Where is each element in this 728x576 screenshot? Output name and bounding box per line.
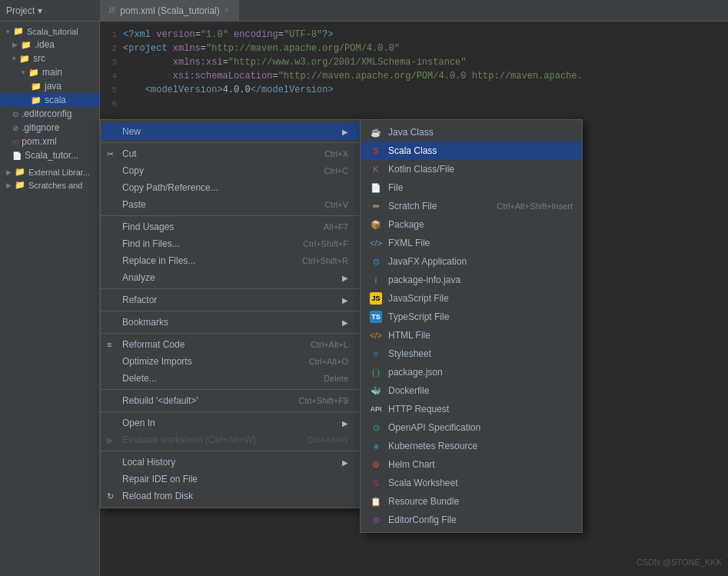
tree-item-pom[interactable]: m pom.xml <box>0 135 99 148</box>
submenu-item-helm[interactable]: ⚙ Helm Chart <box>361 455 582 474</box>
tab-bar: /// pom.xml (Scala_tutorial) × <box>100 0 728 22</box>
menu-item-repair-ide[interactable]: Repair IDE on File <box>101 471 361 488</box>
menu-item-optimize-imports[interactable]: Optimize Imports Ctrl+Alt+O <box>101 353 361 370</box>
editor-tab[interactable]: /// pom.xml (Scala_tutorial) × <box>100 0 239 22</box>
tree-item-scratches[interactable]: ▶ 📁 Scratches and <box>0 178 99 191</box>
submenu-arrow-icon: ▶ <box>342 128 348 136</box>
file-tree: ▾ 📁 Scala_tutorial ▶ 📁 .idea ▾ 📁 src ▾ 📁… <box>0 22 100 576</box>
menu-item-label: Refactor <box>122 295 157 305</box>
menu-item-label: Evaluate worksheet (Ctrl+Alt+W) <box>122 434 256 445</box>
submenu-item-package[interactable]: 📦 Package <box>361 215 582 234</box>
submenu-item-label: File <box>388 182 403 193</box>
submenu-item-dockerfile[interactable]: 🐳 Dockerfile <box>361 381 582 400</box>
file-icon: ⊙ <box>12 110 18 118</box>
menu-item-rebuild[interactable]: Rebuild '<default>' Ctrl+Shift+F9 <box>101 392 361 409</box>
submenu-item-label: package.json <box>388 367 443 378</box>
menu-item-analyze[interactable]: Analyze ▶ <box>101 269 361 286</box>
menu-item-label: Find Usages <box>122 221 174 232</box>
shortcut-label: Ctrl+Alt+O <box>309 357 348 366</box>
tree-label: scala <box>45 95 66 105</box>
tree-label: Scratches and <box>28 181 82 190</box>
menu-item-label: Open In <box>122 418 155 428</box>
menu-item-replace-files[interactable]: Replace in Files... Ctrl+Shift+R <box>101 252 361 269</box>
submenu-arrow-icon: ▶ <box>342 274 348 282</box>
submenu-item-css[interactable]: ≡ Stylesheet <box>361 345 582 363</box>
submenu-item-label: Kubernetes Resource <box>388 441 477 451</box>
menu-item-reload-disk[interactable]: ↻ Reload from Disk <box>101 488 361 504</box>
tree-item-scala[interactable]: 📁 scala <box>0 93 99 107</box>
submenu-item-html[interactable]: </> HTML File <box>361 326 582 345</box>
docker-icon: 🐳 <box>370 385 382 397</box>
menu-item-paste[interactable]: Paste Ctrl+V <box>101 196 361 213</box>
submenu-item-kotlin-class[interactable]: K Kotlin Class/File <box>361 160 582 178</box>
menu-item-refactor[interactable]: Refactor ▶ <box>101 291 361 308</box>
submenu-item-label: Dockerfile <box>388 385 429 396</box>
menu-item-open-in[interactable]: Open In ▶ <box>101 415 361 431</box>
menu-item-local-history[interactable]: Local History ▶ <box>101 454 361 471</box>
editor-config-icon: ⊙ <box>370 514 382 526</box>
submenu-item-javafx[interactable]: ⊙ JavaFX Application <box>361 252 582 271</box>
tree-item-java[interactable]: 📁 java <box>0 79 99 93</box>
menu-item-find-files[interactable]: Find in Files... Ctrl+Shift+F <box>101 235 361 252</box>
submenu-item-scala-class[interactable]: S Scala Class <box>361 142 582 160</box>
submenu-item-resource[interactable]: 📋 Resource Bundle <box>361 492 582 511</box>
submenu-item-scratch[interactable]: ✏ Scratch File Ctrl+Alt+Shift+Insert <box>361 197 582 215</box>
menu-item-cut[interactable]: ✂ Cut Ctrl+X <box>101 145 361 162</box>
line-code: <modelVersion>4.0.0</modelVersion> <box>123 85 334 95</box>
tree-item-idea[interactable]: ▶ 📁 .idea <box>0 38 99 52</box>
menu-item-reformat[interactable]: ≡ Reformat Code Ctrl+Alt+L <box>101 336 361 353</box>
submenu-item-scala-ws[interactable]: S Scala Worksheet <box>361 474 582 492</box>
arrow-icon: ▾ <box>12 55 16 62</box>
submenu-item-pkginfo[interactable]: i package-info.java <box>361 271 582 289</box>
submenu-item-editorconfig[interactable]: ⊙ EditorConfig File <box>361 511 582 529</box>
shortcut-label: Ctrl+X <box>324 149 348 158</box>
shortcut-label: Ctrl+Alt+W <box>307 435 348 444</box>
menu-item-label: Find in Files... <box>122 238 180 249</box>
file-icon: 📄 <box>12 151 22 160</box>
folder-icon: 📁 <box>15 180 25 190</box>
tree-item-main[interactable]: ▾ 📁 main <box>0 65 99 79</box>
submenu-item-k8s[interactable]: ⎈ Kubernetes Resource <box>361 437 582 455</box>
tab-close-button[interactable]: × <box>224 6 229 15</box>
menu-item-copy[interactable]: Copy Ctrl+C <box>101 162 361 179</box>
line-code: xmlns:xsi="http://www.w3.org/2001/XMLSch… <box>123 57 466 68</box>
menu-item-find-usages[interactable]: Find Usages Alt+F7 <box>101 218 361 235</box>
context-menu: New ▶ ✂ Cut Ctrl+X Copy Ctrl+C Copy Path… <box>100 119 361 508</box>
submenu-item-js[interactable]: JS JavaScript File <box>361 289 582 308</box>
reload-icon: ↻ <box>107 491 114 501</box>
tree-label: .editorconfig <box>22 108 71 119</box>
submenu-item-file[interactable]: 📄 File <box>361 178 582 197</box>
submenu-item-ts[interactable]: TS TypeScript File <box>361 308 582 326</box>
tree-item-scala-tut[interactable]: 📄 Scala_tutor... <box>0 148 99 162</box>
menu-item-delete[interactable]: Delete... Delete <box>101 370 361 387</box>
tree-item-gitignore[interactable]: ⊘ .gitignore <box>0 121 99 135</box>
menu-item-bookmarks[interactable]: Bookmarks ▶ <box>101 314 361 331</box>
submenu-item-openapi[interactable]: ⊙ OpenAPI Specification <box>361 418 582 437</box>
play-icon: ▶ <box>107 435 113 445</box>
line-number: 3 <box>100 58 123 67</box>
tree-label: External Librar... <box>28 168 90 177</box>
submenu-item-java-class[interactable]: ☕ Java Class <box>361 123 582 142</box>
submenu-new: ☕ Java Class S Scala Class K Kotlin Clas… <box>360 119 583 533</box>
submenu-item-http[interactable]: API HTTP Request <box>361 400 582 418</box>
menu-item-copy-path[interactable]: Copy Path/Reference... <box>101 179 361 196</box>
scratch-icon: ✏ <box>370 200 382 212</box>
project-dropdown-icon[interactable]: ▾ <box>38 5 42 16</box>
submenu-arrow-icon: ▶ <box>342 318 348 327</box>
tree-label: Scala_tutor... <box>25 150 78 161</box>
menu-item-evaluate: ▶ Evaluate worksheet (Ctrl+Alt+W) Ctrl+A… <box>101 431 361 448</box>
menu-item-new[interactable]: New ▶ <box>101 123 361 140</box>
kotlin-class-icon: K <box>370 163 382 175</box>
shortcut-label: Alt+F7 <box>324 222 348 231</box>
folder-icon: 📁 <box>31 82 42 92</box>
tree-item-src[interactable]: ▾ 📁 src <box>0 52 99 65</box>
tree-item-scala-tutorial[interactable]: ▾ 📁 Scala_tutorial <box>0 25 99 38</box>
menu-item-label: New <box>122 126 141 137</box>
submenu-item-fxml[interactable]: </> FXML File <box>361 234 582 252</box>
arrow-icon: ▶ <box>6 181 12 189</box>
menu-item-label: Rebuild '<default>' <box>122 395 198 406</box>
submenu-item-pkg-json[interactable]: { } package.json <box>361 363 582 381</box>
submenu-item-label: JavaScript File <box>388 293 449 304</box>
tree-item-editorconfig[interactable]: ⊙ .editorconfig <box>0 107 99 121</box>
tree-item-external[interactable]: ▶ 📁 External Librar... <box>0 165 99 178</box>
